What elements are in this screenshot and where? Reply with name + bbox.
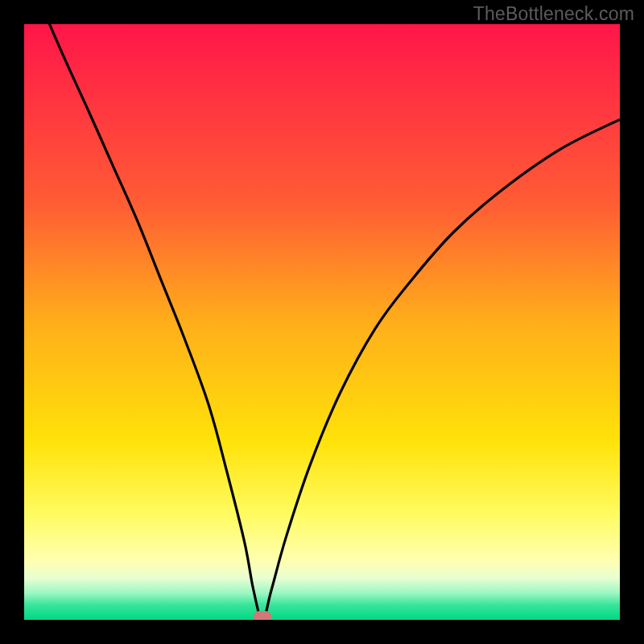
chart-frame: TheBottleneck.com bbox=[0, 0, 644, 644]
plot-area bbox=[24, 24, 620, 620]
watermark-text: TheBottleneck.com bbox=[473, 3, 634, 25]
optimum-marker bbox=[254, 611, 271, 620]
chart-svg bbox=[24, 24, 620, 620]
gradient-background bbox=[24, 24, 620, 620]
